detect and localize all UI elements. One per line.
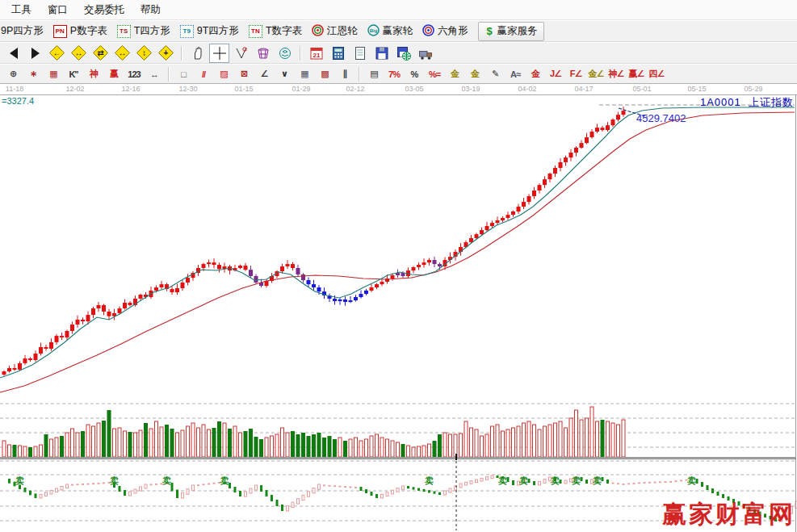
percent-level-tool[interactable]: %= [425, 65, 444, 83]
diamond-four-way-button[interactable]: + [156, 44, 176, 63]
j-angle-tool[interactable]: J∠ [546, 65, 565, 83]
date-tick-label: 02-12 [346, 85, 364, 93]
ruler-tool[interactable]: 123 [124, 65, 144, 83]
save-web-button[interactable] [393, 44, 413, 63]
btn-winner-service[interactable]: $赢家服务 [478, 22, 544, 41]
ying-angle-tool[interactable]: 赢∠ [627, 65, 646, 83]
btn-9p-square-label: 9P四方形 [1, 24, 44, 38]
diamond-left-button[interactable]: ← [47, 44, 67, 63]
save-button[interactable] [371, 44, 392, 63]
chart-area[interactable]: 卖卖卖卖卖卖卖卖卖卖卖 [0, 94, 797, 532]
data-cart-icon [417, 45, 434, 61]
gold-circle-tool[interactable]: 金 [445, 65, 464, 83]
sell-signal-marker: 卖 [572, 475, 581, 485]
menu-trade-order[interactable]: 交易委托 [81, 2, 128, 19]
sell-signal-marker: 卖 [110, 475, 119, 485]
btn-t-number-table[interactable]: TNT数字表 [249, 24, 302, 38]
diamond-swap-button[interactable]: ⇄ [90, 44, 111, 63]
gann-toolbar: 9P四方形PNP数字表TST四方形T99T四方形TNT数字表江恩轮Big赢家轮六… [0, 21, 797, 42]
btn-hexagon[interactable]: 六角形 [422, 24, 468, 39]
diamond-expand-button[interactable]: ↔ [112, 44, 132, 63]
star-grid-tool[interactable]: ∗ [23, 65, 43, 83]
sell-signal-marker: 卖 [425, 475, 434, 485]
toolbar-separator [181, 46, 182, 61]
btn-t-square[interactable]: TST四方形 [117, 24, 170, 38]
crosshair-tool-button[interactable] [209, 44, 229, 63]
calendar-button[interactable]: 21 [306, 44, 326, 63]
angle-lines-tool[interactable]: ∠ [254, 65, 274, 83]
wave-abc-tool[interactable]: A≈ [505, 65, 525, 83]
ying-tool[interactable]: 赢 [104, 65, 124, 83]
nav-back-button[interactable] [3, 44, 23, 63]
save-icon [374, 45, 390, 61]
notes-button[interactable] [350, 44, 370, 63]
btn-winner-wheel[interactable]: Big赢家轮 [367, 24, 413, 39]
menu-help[interactable]: 帮助 [137, 2, 164, 19]
nav-forward-icon [27, 45, 44, 61]
percent7-tool[interactable]: 7% [384, 65, 404, 83]
menu-window[interactable]: 窗口 [44, 2, 71, 19]
sell-signal-marker: 卖 [498, 475, 507, 485]
shen-tool[interactable]: 神 [84, 65, 103, 83]
btn-p-number-table-icon: PN [53, 25, 67, 38]
btn-p-number-table-label: P数字表 [70, 24, 107, 38]
shen-angle-tool[interactable]: 神∠ [606, 65, 626, 83]
btn-9t-square-icon: T9 [180, 25, 194, 38]
square-grid-tool[interactable]: ▦ [44, 65, 63, 83]
btn-p-number-table[interactable]: PNP数字表 [53, 24, 107, 38]
sell-signal-marker: 卖 [519, 475, 528, 485]
save-web-icon [396, 45, 412, 61]
four-angle-tool[interactable]: 四∠ [647, 65, 666, 83]
gold-angle-tool[interactable]: 金 [526, 65, 545, 83]
parallel-lines-tool[interactable]: ∥ [335, 65, 354, 83]
btn-t-square-label: T四方形 [134, 24, 170, 38]
sell-signal-marker: 卖 [220, 475, 229, 485]
toolbar-separator [300, 46, 301, 61]
svg-text:↔: ↔ [119, 48, 127, 57]
gann-box-tool[interactable]: ▨ [214, 65, 233, 83]
pencil-tool[interactable]: ✎ [485, 65, 505, 83]
wave-tool-button[interactable] [275, 44, 295, 63]
percent-tool[interactable]: % [405, 65, 424, 83]
grid-arrow-tool[interactable]: ▩ [315, 65, 334, 83]
peak-price-label: 4529.7402 [636, 112, 686, 124]
candlestick-chart[interactable]: 卖卖卖卖卖卖卖卖卖卖卖 [0, 94, 797, 532]
angle-measure-icon [233, 45, 250, 61]
diamond-left-right-button[interactable]: ↔ [69, 44, 89, 63]
nav-forward-button[interactable] [25, 44, 45, 63]
grid-tool[interactable]: ▦ [295, 65, 314, 83]
gann-square-tool[interactable]: ⊠ [234, 65, 254, 83]
target-circle-tool[interactable]: ⊕ [3, 65, 23, 83]
f-angle-tool[interactable]: F∠ [566, 65, 585, 83]
btn-9p-square[interactable]: 9P四方形 [1, 24, 44, 38]
date-tick-label: 12-02 [65, 85, 84, 93]
kline-tool[interactable]: K" [64, 65, 83, 83]
btn-9t-square-label: 9T四方形 [197, 24, 239, 38]
date-tick-label: 12-16 [121, 85, 140, 93]
nav-back-icon [6, 45, 22, 61]
btn-gann-wheel[interactable]: 江恩轮 [312, 24, 358, 39]
vee-lines-tool[interactable]: ∨ [275, 65, 294, 83]
gold-line-tool[interactable]: 金 [465, 65, 484, 83]
svg-text:←: ← [53, 48, 61, 57]
gold-angle2-tool[interactable]: 金∠ [586, 65, 606, 83]
sell-signal-marker: 卖 [593, 475, 602, 485]
data-cart-button[interactable] [415, 44, 435, 63]
calculator-button[interactable] [328, 44, 348, 63]
gann-fan-tool[interactable]: // [194, 65, 213, 83]
width-measure-tool[interactable]: ↔ [145, 65, 164, 83]
box-tool[interactable]: □ [174, 65, 193, 83]
hand-tool-button[interactable] [187, 44, 208, 63]
gann-net-tool-button[interactable] [253, 44, 273, 63]
btn-9t-square[interactable]: T99T四方形 [180, 24, 239, 38]
btn-hexagon-icon [422, 24, 434, 39]
svg-text:$: $ [486, 24, 493, 36]
bars-tool[interactable]: ▤ [364, 65, 384, 83]
date-tick-label: 04-17 [574, 85, 593, 93]
menu-tools[interactable]: 工具 [8, 2, 35, 19]
angle-measure-button[interactable] [231, 44, 251, 63]
svg-text:+: + [164, 48, 169, 57]
diamond-up-down-button[interactable]: ↕ [134, 44, 154, 63]
date-tick-label: 12-30 [178, 85, 197, 93]
watermark-logo: 赢家财富网 [662, 498, 795, 531]
